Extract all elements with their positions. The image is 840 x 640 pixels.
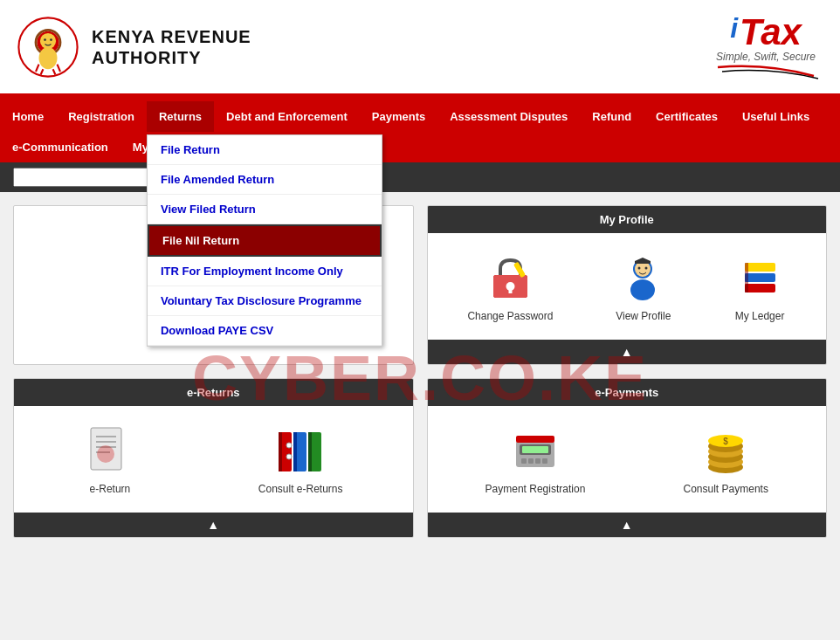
top-panels: ! e-Compliance My Profile (13, 205, 827, 365)
kra-logo-section: Kenya Revenue Authority (17, 17, 251, 78)
svg-point-7 (39, 47, 58, 69)
svg-rect-45 (521, 458, 527, 464)
svg-point-3 (40, 32, 56, 48)
view-profile-label: View Profile (616, 310, 671, 322)
svg-point-6 (50, 38, 52, 41)
itax-brand-text: Tax (740, 14, 802, 51)
kra-lion-logo (17, 17, 79, 78)
e-payments-panel: e-Payments (427, 378, 828, 538)
itax-logo-section: i Tax Simple, Swift, Secure (709, 14, 823, 80)
dropdown-download-paye[interactable]: Download PAYE CSV (148, 316, 382, 346)
e-returns-panel: e-Returns (13, 378, 414, 538)
main-content: CYBER.CO.KE ! e-Compliance My Pr (0, 192, 840, 564)
svg-rect-27 (745, 273, 748, 282)
payment-registration-item[interactable]: Payment Registration (485, 423, 586, 495)
svg-marker-22 (635, 258, 651, 261)
e-payments-footer: ▲ (428, 513, 827, 537)
svg-point-5 (44, 38, 46, 41)
nav-ecommunication[interactable]: e-Communication (0, 132, 120, 162)
consult-e-returns-label: Consult e-Returns (258, 483, 343, 495)
dropdown-itr-employment[interactable]: ITR For Employment Income Only (148, 257, 382, 286)
login-bar: - Last Login : OCT 18, 2023 07:13:22 (0, 162, 840, 192)
dropdown-file-return[interactable]: File Return (148, 135, 382, 165)
svg-point-20 (630, 279, 655, 300)
e-returns-header: e-Returns (14, 379, 413, 406)
nav-useful-links[interactable]: Useful Links (730, 101, 822, 132)
dropdown-voluntary[interactable]: Voluntary Tax Disclosure Programme (148, 286, 382, 316)
main-nav: Home Registration Returns File Return Fi… (0, 101, 840, 132)
svg-rect-28 (745, 284, 748, 292)
svg-point-18 (638, 266, 641, 269)
nav-payments[interactable]: Payments (360, 101, 437, 132)
nav-row2: e-Communication My ... (0, 132, 840, 162)
bottom-panels: e-Returns (13, 378, 827, 538)
nav-debt[interactable]: Debt and Enforcement (214, 101, 360, 132)
e-return-item[interactable]: e-Return (84, 423, 136, 495)
returns-dropdown: File Return File Amended Return View Fil… (147, 134, 382, 347)
svg-rect-49 (516, 436, 554, 443)
change-password-item[interactable]: Change Password (467, 251, 553, 322)
dropdown-file-nil[interactable]: File Nil Return (148, 224, 382, 257)
nav-registration[interactable]: Registration (56, 101, 147, 132)
svg-rect-24 (745, 273, 775, 282)
svg-text:$: $ (723, 437, 728, 446)
nav-certificates[interactable]: Certificates (644, 101, 730, 132)
my-profile-arrow[interactable]: ▲ (621, 345, 633, 359)
consult-payments-item[interactable]: $ Consult Payments (684, 423, 768, 495)
change-password-label: Change Password (467, 310, 553, 322)
my-profile-panel: My Profile C (427, 205, 828, 365)
svg-rect-23 (745, 284, 775, 292)
nav-home[interactable]: Home (0, 101, 56, 132)
e-returns-content: e-Return (14, 406, 413, 513)
e-returns-arrow[interactable]: ▲ (207, 518, 219, 532)
svg-rect-48 (542, 458, 547, 464)
svg-point-41 (286, 443, 292, 448)
my-profile-content: Change Password (428, 233, 827, 340)
svg-rect-38 (293, 432, 297, 471)
dropdown-file-amended[interactable]: File Amended Return (148, 165, 382, 195)
svg-rect-21 (635, 261, 651, 264)
consult-payments-label: Consult Payments (684, 483, 768, 495)
kra-name-line2: Authority (92, 48, 202, 67)
svg-rect-36 (279, 432, 282, 471)
svg-rect-14 (508, 286, 512, 293)
itax-tagline: Simple, Swift, Secure (716, 51, 816, 63)
nav-refund[interactable]: Refund (580, 101, 644, 132)
my-profile-header: My Profile (428, 206, 827, 233)
nav-assessment[interactable]: Assessment Disputes (437, 101, 580, 132)
my-ledger-label: My Ledger (735, 310, 785, 322)
kra-name-line1: Kenya Revenue (92, 27, 251, 46)
view-profile-item[interactable]: View Profile (616, 251, 671, 322)
itax-swoosh (709, 63, 823, 80)
svg-rect-47 (535, 458, 540, 464)
header: Kenya Revenue Authority i Tax Simple, Sw… (0, 0, 840, 96)
e-payments-arrow[interactable]: ▲ (621, 518, 633, 532)
nav-returns[interactable]: Returns File Return File Amended Return … (147, 101, 214, 132)
svg-rect-25 (745, 263, 775, 272)
svg-rect-50 (522, 446, 548, 453)
consult-e-returns-item[interactable]: Consult e-Returns (258, 423, 343, 495)
e-returns-footer: ▲ (14, 513, 413, 537)
payment-registration-label: Payment Registration (485, 483, 586, 495)
e-return-label: e-Return (90, 483, 131, 495)
e-payments-header: e-Payments (428, 379, 827, 406)
dropdown-view-filed[interactable]: View Filed Return (148, 195, 382, 224)
svg-point-42 (286, 454, 292, 459)
svg-point-34 (97, 445, 114, 463)
svg-point-19 (645, 266, 648, 269)
svg-rect-40 (308, 432, 312, 471)
e-payments-content: Payment Registration (428, 406, 827, 513)
kra-name: Kenya Revenue Authority (92, 26, 251, 68)
my-profile-footer: ▲ (428, 340, 827, 364)
svg-rect-46 (528, 458, 534, 464)
my-ledger-item[interactable]: My Ledger (733, 251, 786, 322)
